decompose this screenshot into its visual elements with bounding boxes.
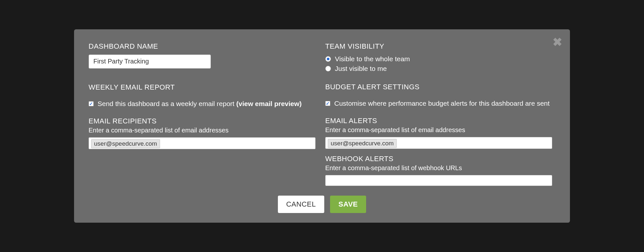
- weekly-email-report-label: WEEKLY EMAIL REPORT: [89, 83, 319, 92]
- dashboard-name-input[interactable]: [89, 54, 211, 69]
- cancel-button[interactable]: CANCEL: [278, 196, 324, 213]
- webhook-alerts-help: Enter a comma-separated list of webhook …: [325, 164, 555, 172]
- budget-alert-settings-label: BUDGET ALERT SETTINGS: [325, 83, 555, 91]
- email-recipients-help: Enter a comma-separated list of email ad…: [89, 127, 319, 134]
- radio-icon: [325, 66, 331, 72]
- weekly-report-checkbox-text: Send this dashboard as a weekly email re…: [98, 100, 234, 107]
- visibility-whole-team-radio[interactable]: Visible to the whole team: [325, 55, 555, 63]
- radio-icon: [325, 56, 331, 62]
- dashboard-name-label: DASHBOARD NAME: [89, 42, 319, 51]
- left-column: DASHBOARD NAME WEEKLY EMAIL REPORT Send …: [89, 42, 319, 186]
- weekly-report-checkbox-row[interactable]: Send this dashboard as a weekly email re…: [89, 99, 319, 108]
- close-icon[interactable]: ✖: [553, 36, 562, 48]
- budget-alert-checkbox-text: Customise where performance budget alert…: [334, 99, 550, 108]
- budget-alert-checkbox-row[interactable]: Customise where performance budget alert…: [325, 99, 555, 108]
- email-alerts-help: Enter a comma-separated list of email ad…: [325, 126, 555, 134]
- modal-actions: CANCEL SAVE: [89, 196, 555, 213]
- save-button[interactable]: SAVE: [330, 196, 366, 213]
- checkbox-icon: [89, 101, 94, 106]
- email-alerts-label: EMAIL ALERTS: [325, 117, 555, 125]
- team-visibility-label: TEAM VISIBILITY: [325, 42, 555, 51]
- email-recipients-input[interactable]: user@speedcurve.com: [89, 137, 316, 149]
- radio-label: Just visible to me: [335, 65, 387, 73]
- right-column: TEAM VISIBILITY Visible to the whole tea…: [325, 42, 555, 186]
- webhook-alerts-label: WEBHOOK ALERTS: [325, 155, 555, 163]
- checkbox-icon: [325, 101, 330, 106]
- email-tag: user@speedcurve.com: [91, 139, 160, 148]
- email-alerts-input[interactable]: user@speedcurve.com: [325, 137, 552, 149]
- view-email-preview-link[interactable]: (view email preview): [236, 100, 302, 107]
- radio-label: Visible to the whole team: [335, 55, 410, 63]
- email-tag: user@speedcurve.com: [328, 139, 397, 148]
- webhook-alerts-input[interactable]: [325, 175, 552, 186]
- visibility-just-me-radio[interactable]: Just visible to me: [325, 65, 555, 73]
- dashboard-settings-modal: ✖ DASHBOARD NAME WEEKLY EMAIL REPORT Sen…: [74, 29, 570, 223]
- email-recipients-label: EMAIL RECIPIENTS: [89, 117, 319, 125]
